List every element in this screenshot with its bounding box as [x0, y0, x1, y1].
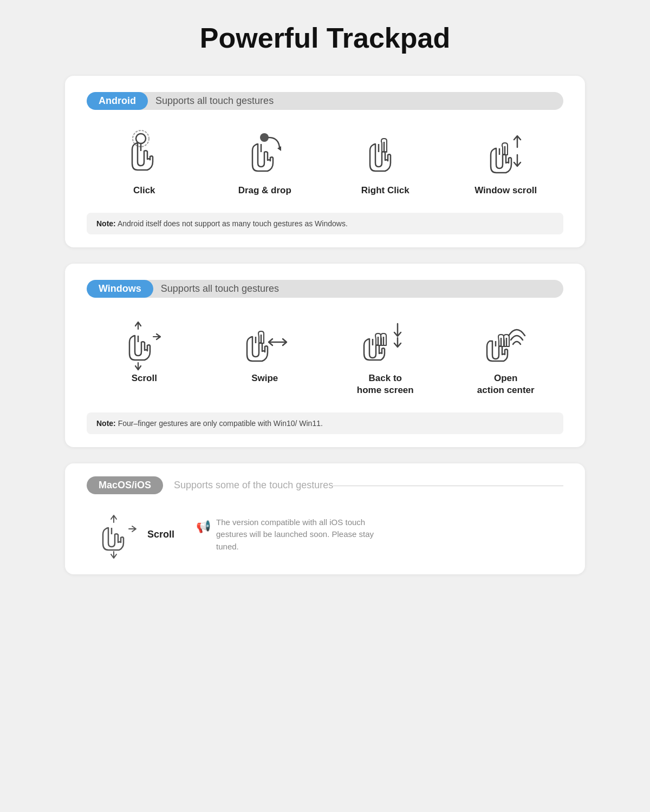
gesture-right-click: Right Click: [328, 125, 443, 202]
gesture-click: Click: [87, 125, 202, 202]
android-subtitle: Supports all touch gestures: [140, 92, 563, 110]
window-scroll-label: Window scroll: [474, 185, 537, 197]
gesture-swipe: Swipe: [207, 313, 323, 402]
android-note: Note: Android itself does not support as…: [87, 213, 563, 234]
macos-subtitle-wrap: Supports some of the touch gestures: [168, 480, 333, 491]
drag-drop-label: Drag & drop: [238, 185, 291, 197]
windows-subtitle: Supports all touch gestures: [146, 280, 563, 298]
windows-note: Note: Four–finger gestures are only comp…: [87, 412, 563, 434]
right-click-icon: [361, 130, 410, 179]
android-section-card: Android Supports all touch gestures: [65, 76, 585, 247]
svg-point-3: [260, 133, 269, 142]
gesture-open-action: Openaction center: [448, 313, 564, 402]
macos-section-card: MacOS/iOS Supports some of the touch ges…: [65, 463, 585, 574]
drag-drop-icon: [240, 130, 289, 179]
macos-scroll-label: Scroll: [147, 528, 174, 541]
macos-scroll-icon: [98, 513, 141, 556]
macos-notice: 📢 The version compatible with all iOS to…: [196, 516, 391, 553]
page-container: Powerful Trackpad Android Supports all t…: [65, 22, 585, 574]
window-scroll-icon: [482, 130, 530, 179]
windows-section-header: Windows Supports all touch gestures: [87, 280, 563, 298]
macos-header: MacOS/iOS Supports some of the touch ges…: [87, 476, 563, 494]
windows-note-label: Note:: [96, 419, 116, 428]
scroll-icon: [120, 318, 168, 367]
megaphone-icon: 📢: [196, 518, 211, 535]
android-gestures-grid: Click Drag & drop: [87, 125, 563, 202]
click-icon: [120, 130, 168, 179]
open-action-label: Openaction center: [477, 372, 535, 396]
gesture-window-scroll: Window scroll: [448, 125, 564, 202]
windows-badge: Windows: [87, 280, 153, 298]
android-section-header: Android Supports all touch gestures: [87, 92, 563, 110]
gesture-scroll: Scroll: [87, 313, 202, 402]
gesture-drag-drop: Drag & drop: [207, 125, 323, 202]
android-note-label: Note:: [96, 219, 116, 228]
swipe-icon: [240, 318, 289, 367]
swipe-label: Swipe: [251, 372, 278, 384]
macos-notice-text: The version compatible with all iOS touc…: [216, 516, 391, 553]
scroll-label: Scroll: [132, 372, 157, 384]
click-label: Click: [133, 185, 155, 197]
macos-scroll-item: Scroll: [98, 513, 174, 556]
page-title: Powerful Trackpad: [200, 22, 450, 54]
android-badge: Android: [87, 92, 148, 110]
macos-badge-wrap: MacOS/iOS: [87, 476, 168, 494]
macos-badge: MacOS/iOS: [87, 476, 163, 494]
right-click-label: Right Click: [361, 185, 410, 197]
svg-point-0: [136, 134, 146, 143]
windows-gestures-grid: Scroll Swipe: [87, 313, 563, 402]
open-action-icon: [482, 318, 530, 367]
macos-subtitle: Supports some of the touch gestures: [174, 480, 333, 490]
gesture-back-home: Back tohome screen: [328, 313, 443, 402]
back-home-label: Back tohome screen: [357, 372, 414, 396]
windows-section-card: Windows Supports all touch gestures: [65, 264, 585, 447]
back-home-icon: [361, 318, 410, 367]
macos-body: Scroll 📢 The version compatible with all…: [87, 507, 563, 561]
windows-note-text: Four–finger gestures are only compatible…: [118, 419, 323, 428]
android-note-text: Android itself does not support as many …: [118, 219, 348, 228]
